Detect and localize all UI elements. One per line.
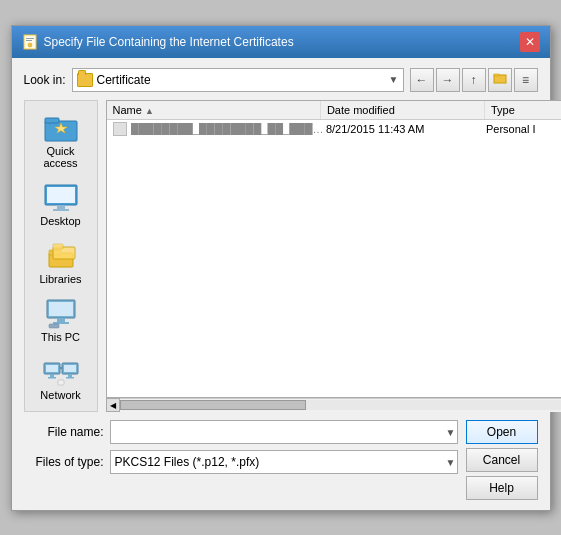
new-folder-icon (493, 71, 507, 88)
svg-rect-11 (53, 209, 69, 211)
sidebar-item-libraries[interactable]: Libraries (27, 235, 95, 289)
svg-rect-20 (53, 322, 69, 324)
file-name-row: File name: ▼ (24, 420, 458, 444)
scroll-left-button[interactable]: ◀ (106, 398, 120, 412)
sidebar-item-quick-access[interactable]: Quick access (27, 107, 95, 173)
svg-rect-25 (48, 377, 56, 379)
up-button[interactable]: ↑ (462, 68, 486, 92)
cancel-button[interactable]: Cancel (466, 448, 538, 472)
svg-rect-2 (26, 40, 32, 41)
files-of-type-row: Files of type: PKCS12 Files (*.p12, *.pf… (24, 450, 458, 474)
svg-rect-16 (53, 244, 63, 249)
forward-button[interactable]: → (436, 68, 460, 92)
nav-buttons: ← → ↑ ≡ (410, 68, 538, 92)
svg-rect-5 (494, 74, 499, 76)
dialog-window: Specify File Containing the Internet Cer… (11, 25, 551, 511)
dialog-body: Look in: Certificate ▼ ← → ↑ (12, 58, 550, 510)
svg-rect-1 (26, 38, 34, 39)
file-name: ████████_████████_██_████████████ (131, 123, 326, 135)
look-in-value: Certificate (97, 73, 385, 87)
title-bar: Specify File Containing the Internet Cer… (12, 26, 550, 58)
quick-access-icon (43, 111, 79, 143)
cert-icon (22, 34, 38, 50)
svg-rect-27 (64, 365, 76, 372)
svg-rect-29 (66, 377, 74, 379)
new-folder-button[interactable] (488, 68, 512, 92)
files-of-type-select-wrap: PKCS12 Files (*.p12, *.pfx) ▼ (110, 450, 458, 474)
folder-icon (77, 73, 93, 87)
svg-rect-21 (49, 324, 59, 328)
sidebar-item-this-pc[interactable]: This PC (27, 293, 95, 347)
view-button[interactable]: ≡ (514, 68, 538, 92)
file-name-input-wrap: ▼ (110, 420, 458, 444)
sidebar-item-desktop[interactable]: Desktop (27, 177, 95, 231)
content-area: Quick access Desktop (24, 100, 538, 412)
svg-rect-12 (47, 187, 75, 203)
look-in-dropdown[interactable]: Certificate ▼ (72, 68, 404, 92)
file-list[interactable]: Name ▲ Date modified Type ████████_█████… (106, 100, 562, 398)
back-button[interactable]: ← (410, 68, 434, 92)
network-icon (43, 355, 79, 387)
svg-rect-24 (50, 374, 54, 377)
sidebar-item-libraries-label: Libraries (39, 273, 81, 285)
file-name-cell: ████████_████████_██_████████████ (113, 122, 326, 136)
dialog-title: Specify File Containing the Internet Cer… (44, 35, 294, 49)
svg-rect-31 (58, 380, 64, 385)
libraries-icon (43, 239, 79, 271)
scroll-track (120, 400, 562, 410)
scroll-thumb[interactable] (120, 400, 306, 410)
back-icon: ← (416, 73, 428, 87)
this-pc-icon (43, 297, 79, 329)
sidebar-item-desktop-label: Desktop (40, 215, 80, 227)
svg-rect-18 (49, 302, 73, 316)
sidebar: Quick access Desktop (24, 100, 98, 412)
files-of-type-select[interactable]: PKCS12 Files (*.p12, *.pfx) (110, 450, 458, 474)
up-icon: ↑ (471, 73, 477, 87)
sidebar-item-network[interactable]: Network (27, 351, 95, 405)
svg-point-3 (28, 43, 32, 47)
svg-rect-28 (68, 374, 72, 377)
col-header-type: Type (485, 101, 561, 119)
horizontal-scrollbar[interactable]: ◀ ▶ (106, 398, 562, 412)
desktop-icon (43, 181, 79, 213)
col-header-name: Name ▲ (107, 101, 321, 119)
file-list-area: Name ▲ Date modified Type ████████_█████… (106, 100, 562, 412)
sidebar-item-quick-access-label: Quick access (33, 145, 89, 169)
file-type: Personal I (486, 123, 561, 135)
open-button[interactable]: Open (466, 420, 538, 444)
look-in-label: Look in: (24, 73, 66, 87)
right-buttons: Open Cancel Help (466, 420, 538, 500)
forward-icon: → (442, 73, 454, 87)
file-date: 8/21/2015 11:43 AM (326, 123, 486, 135)
look-in-arrow: ▼ (389, 74, 399, 85)
sort-arrow: ▲ (145, 106, 154, 116)
close-button[interactable]: ✕ (520, 32, 540, 52)
file-name-label: File name: (24, 425, 104, 439)
files-of-type-label: Files of type: (24, 455, 104, 469)
sidebar-item-network-label: Network (40, 389, 80, 401)
col-header-date: Date modified (321, 101, 485, 119)
file-list-header: Name ▲ Date modified Type (107, 101, 562, 120)
sidebar-item-this-pc-label: This PC (41, 331, 80, 343)
svg-rect-23 (46, 365, 58, 372)
svg-rect-10 (57, 205, 65, 209)
file-name-input[interactable] (110, 420, 458, 444)
file-area: File name: ▼ Files of type: PKCS12 Files… (24, 420, 458, 500)
svg-rect-19 (57, 318, 65, 322)
look-in-row: Look in: Certificate ▼ ← → ↑ (24, 68, 538, 92)
bottom-controls: File name: ▼ Files of type: PKCS12 Files… (24, 420, 538, 500)
file-icon (113, 122, 127, 136)
table-row[interactable]: ████████_████████_██_████████████ 8/21/2… (107, 120, 562, 138)
view-icon: ≡ (522, 73, 529, 87)
help-button[interactable]: Help (466, 476, 538, 500)
title-bar-left: Specify File Containing the Internet Cer… (22, 34, 294, 50)
svg-rect-7 (45, 118, 59, 123)
